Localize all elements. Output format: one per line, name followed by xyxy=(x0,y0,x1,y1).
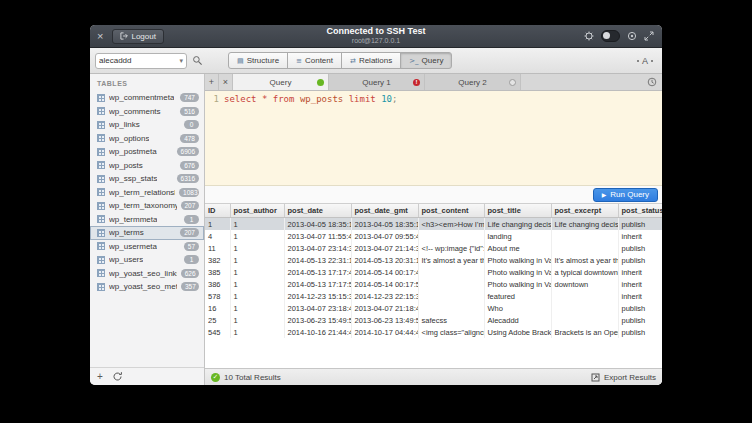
search-icon[interactable] xyxy=(190,55,205,66)
table-cell[interactable] xyxy=(551,302,618,314)
chevron-down-icon[interactable]: ▾ xyxy=(179,57,183,64)
table-cell[interactable]: 1 xyxy=(230,290,284,302)
gear-icon[interactable] xyxy=(584,31,594,41)
table-cell[interactable] xyxy=(551,290,618,302)
table-cell[interactable]: 578 xyxy=(205,290,230,302)
sidebar-item-wp_yoast_seo_meta[interactable]: wp_yoast_seo_meta357 xyxy=(90,280,204,294)
table-cell[interactable] xyxy=(551,230,618,242)
add-icon[interactable]: + xyxy=(97,372,103,382)
table-cell[interactable]: publish xyxy=(618,314,662,326)
table-row[interactable]: 38512014-05-13 17:17:46+02014-05-14 00:1… xyxy=(205,266,662,278)
sidebar-item-wp_terms[interactable]: wp_terms207 xyxy=(90,226,204,240)
column-header-post_excerpt[interactable]: post_excerpt xyxy=(551,204,618,218)
table-cell[interactable]: 2013-06-23 15:49:53+0 xyxy=(284,314,351,326)
table-row[interactable]: 38212014-05-13 22:31:18+02014-05-13 20:3… xyxy=(205,254,662,266)
table-cell[interactable]: inherit xyxy=(618,278,662,290)
search-input[interactable] xyxy=(99,56,179,65)
font-size-control[interactable]: A xyxy=(637,56,653,66)
table-cell[interactable]: 2014-05-13 17:17:54+0 xyxy=(284,278,351,290)
table-cell[interactable]: publish xyxy=(618,242,662,254)
table-cell[interactable]: <h3><em>How I'm going xyxy=(418,218,484,231)
sidebar-item-wp_options[interactable]: wp_options478 xyxy=(90,132,204,146)
table-cell[interactable]: 1 xyxy=(205,218,230,231)
sidebar-item-wp_comments[interactable]: wp_comments516 xyxy=(90,105,204,119)
new-tab-button[interactable]: + xyxy=(205,74,219,90)
table-row[interactable]: 1612013-04-07 23:18:43+02013-04-07 21:18… xyxy=(205,302,662,314)
table-cell[interactable]: <img class="aligncenter s xyxy=(418,326,484,338)
history-icon[interactable] xyxy=(647,77,657,87)
table-cell[interactable]: inherit xyxy=(618,290,662,302)
table-cell[interactable] xyxy=(551,314,618,326)
table-cell[interactable]: 1 xyxy=(230,230,284,242)
column-header-id[interactable]: ID xyxy=(205,204,230,218)
table-cell[interactable]: It's almost a year that I m xyxy=(551,254,618,266)
table-cell[interactable]: inherit xyxy=(618,230,662,242)
table-cell[interactable]: Photo walking in Vancouv xyxy=(484,266,551,278)
table-row[interactable]: 57812014-12-23 15:15:30+02014-12-23 22:1… xyxy=(205,290,662,302)
query-editor[interactable]: 1 select * from wp_posts limit 10; xyxy=(205,91,662,185)
fullscreen-icon[interactable] xyxy=(644,31,654,41)
column-header-post_content[interactable]: post_content xyxy=(418,204,484,218)
table-cell[interactable]: 386 xyxy=(205,278,230,290)
table-cell[interactable]: a typical downtown goose xyxy=(551,266,618,278)
table-cell[interactable]: 2014-05-13 20:31:18+0 xyxy=(351,254,418,266)
table-cell[interactable]: downtown xyxy=(551,278,618,290)
table-cell[interactable]: Using Adobe Brackets as xyxy=(484,326,551,338)
table-cell[interactable]: 1 xyxy=(230,242,284,254)
table-cell[interactable] xyxy=(418,302,484,314)
sidebar-item-wp_term_relationships[interactable]: wp_term_relationships1083 xyxy=(90,186,204,200)
export-results-button[interactable]: Export Results xyxy=(591,373,656,382)
table-cell[interactable]: 2014-05-13 17:17:46+0 xyxy=(284,266,351,278)
sidebar-item-wp_postmeta[interactable]: wp_postmeta6906 xyxy=(90,145,204,159)
table-cell[interactable]: landing xyxy=(484,230,551,242)
table-cell[interactable]: 25 xyxy=(205,314,230,326)
table-cell[interactable]: Life changing decisions xyxy=(484,218,551,231)
close-tab-button[interactable]: × xyxy=(219,74,233,90)
tab-query-1[interactable]: Query 1! xyxy=(329,74,425,90)
table-cell[interactable]: 2013-04-07 23:18:43+0 xyxy=(284,302,351,314)
table-row[interactable]: 38612014-05-13 17:17:54+02014-05-14 00:1… xyxy=(205,278,662,290)
view-button-content[interactable]: ≡Content xyxy=(287,52,342,69)
table-cell[interactable]: 2014-12-23 15:15:30+0 xyxy=(284,290,351,302)
sidebar-item-wp_links[interactable]: wp_links0 xyxy=(90,118,204,132)
table-row[interactable]: 54512014-10-16 21:44:41+02014-10-17 04:4… xyxy=(205,326,662,338)
column-header-post_title[interactable]: post_title xyxy=(484,204,551,218)
table-cell[interactable]: Brackets is an Open Sourc xyxy=(551,326,618,338)
sidebar-item-wp_ssp_stats[interactable]: wp_ssp_stats6316 xyxy=(90,172,204,186)
table-cell[interactable]: 2013-04-07 21:14:30+0 xyxy=(351,242,418,254)
sidebar-item-wp_commentmeta[interactable]: wp_commentmeta747 xyxy=(90,91,204,105)
table-cell[interactable]: inherit xyxy=(618,266,662,278)
table-cell[interactable]: safecss xyxy=(418,314,484,326)
table-cell[interactable]: 1 xyxy=(230,278,284,290)
table-cell[interactable]: 382 xyxy=(205,254,230,266)
query-code[interactable]: select * from wp_posts limit 10; xyxy=(224,94,397,185)
view-button-structure[interactable]: ▤Structure xyxy=(228,52,288,69)
table-cell[interactable] xyxy=(418,278,484,290)
table-cell[interactable]: 1 xyxy=(230,266,284,278)
sidebar-item-wp_termmeta[interactable]: wp_termmeta1 xyxy=(90,213,204,227)
column-header-post_status[interactable]: post_status xyxy=(618,204,662,218)
table-row[interactable]: 2512013-06-23 15:49:53+02013-06-23 13:49… xyxy=(205,314,662,326)
table-row[interactable]: 412013-04-07 11:55:42+02013-04-07 09:55:… xyxy=(205,230,662,242)
table-cell[interactable]: publish xyxy=(618,218,662,231)
sidebar-item-wp_users[interactable]: wp_users1 xyxy=(90,253,204,267)
table-cell[interactable]: publish xyxy=(618,326,662,338)
increase-font-icon[interactable] xyxy=(651,60,653,62)
table-cell[interactable]: 2013-04-05 18:35:17+0 xyxy=(351,218,418,231)
table-cell[interactable]: 2014-05-13 22:31:18+0 xyxy=(284,254,351,266)
table-cell[interactable]: 545 xyxy=(205,326,230,338)
table-cell[interactable] xyxy=(551,242,618,254)
view-button-query[interactable]: >_Query xyxy=(400,52,452,69)
table-cell[interactable]: Who xyxy=(484,302,551,314)
table-cell[interactable]: 1 xyxy=(230,302,284,314)
table-cell[interactable]: 385 xyxy=(205,266,230,278)
table-cell[interactable]: 16 xyxy=(205,302,230,314)
table-cell[interactable]: 2013-06-23 13:49:53+0 xyxy=(351,314,418,326)
table-cell[interactable]: Alecaddd xyxy=(484,314,551,326)
table-cell[interactable]: 1 xyxy=(230,326,284,338)
sidebar-item-wp_term_taxonomy[interactable]: wp_term_taxonomy207 xyxy=(90,199,204,213)
sidebar-item-wp_posts[interactable]: wp_posts676 xyxy=(90,159,204,173)
logout-button[interactable]: Logout xyxy=(112,29,163,44)
table-cell[interactable]: Photo walking in Vancouv xyxy=(484,278,551,290)
sidebar-item-wp_usermeta[interactable]: wp_usermeta57 xyxy=(90,240,204,254)
